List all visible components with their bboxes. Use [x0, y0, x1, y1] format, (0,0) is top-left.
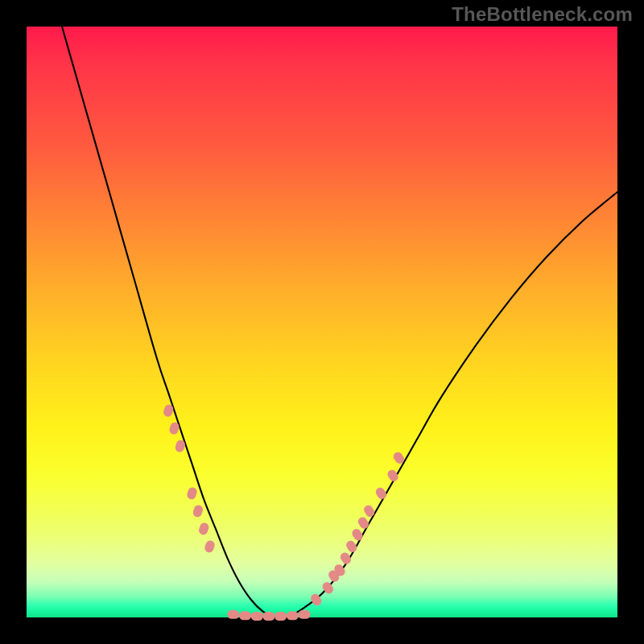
data-marker — [287, 611, 299, 620]
chart-frame: TheBottleneck.com — [0, 0, 644, 644]
data-marker — [339, 551, 353, 566]
data-marker — [374, 486, 389, 502]
bottleneck-curve — [62, 27, 617, 618]
data-marker — [362, 504, 377, 519]
data-marker — [227, 610, 239, 619]
marker-group — [163, 403, 407, 621]
data-marker — [262, 612, 275, 621]
data-marker — [357, 515, 371, 530]
data-marker — [299, 610, 311, 619]
data-marker — [186, 486, 198, 501]
data-marker — [386, 469, 400, 484]
data-marker — [251, 612, 263, 621]
data-marker — [275, 612, 287, 621]
chart-svg — [27, 27, 617, 617]
data-marker — [192, 504, 204, 518]
data-marker — [345, 539, 359, 555]
data-marker — [350, 527, 365, 543]
watermark-label: TheBottleneck.com — [452, 3, 633, 26]
plot-area — [27, 27, 617, 617]
data-marker — [204, 539, 216, 554]
data-marker — [239, 611, 251, 620]
data-marker — [198, 522, 210, 536]
curve-group — [62, 27, 617, 618]
